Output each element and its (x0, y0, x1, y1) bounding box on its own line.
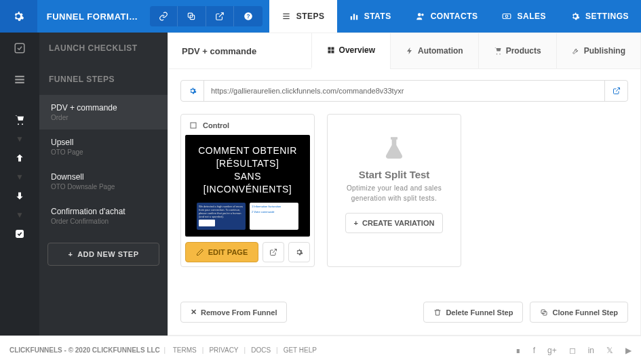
nav-sales[interactable]: SALES (490, 0, 558, 33)
page-preview[interactable]: COMMENT OBTENIR [RÉSULTATS] SANS [INCONV… (185, 135, 310, 237)
subtab-label: Automation (418, 46, 463, 56)
footer: CLICKFUNNELS - © 2020 CLICKFUNNELS LLC |… (0, 336, 641, 364)
subtab-publishing[interactable]: Publishing (556, 33, 640, 68)
rail-checklist[interactable] (0, 33, 39, 64)
bolt-icon (406, 47, 414, 55)
page-title: PDV + commande (168, 46, 311, 56)
preview-headline: COMMENT OBTENIR [RÉSULTATS] SANS [INCONV… (185, 135, 310, 197)
link-icon (159, 12, 168, 21)
rail-steps[interactable] (0, 64, 39, 95)
rail-step-2[interactable] (0, 180, 39, 211)
funnel-name[interactable]: FUNNEL FORMATION E… (37, 12, 150, 22)
svg-point-11 (421, 14, 424, 16)
preview-line3: SANS [INCONVÉNIENTS] (203, 171, 292, 195)
social-facebook-icon[interactable]: f (533, 346, 535, 355)
remove-from-funnel-button[interactable]: ✕ Remove From Funnel (180, 302, 287, 323)
svg-point-13 (506, 15, 509, 18)
sidebar-step-2[interactable]: Downsell OTO Downsale Page (39, 164, 168, 199)
cart-icon (14, 115, 25, 125)
external-link-icon (215, 12, 225, 21)
social-twitter-icon[interactable]: 𝕏 (606, 346, 613, 355)
page-settings-button[interactable] (288, 242, 310, 262)
create-variation-button[interactable]: + CREATE VARIATION (345, 213, 444, 233)
social-linkedin-icon[interactable]: in (588, 346, 594, 355)
step-name: Confirmation d'achat (51, 207, 158, 216)
svg-rect-15 (15, 76, 24, 77)
subtab-overview[interactable]: Overview (311, 33, 390, 68)
plus-icon: + (69, 250, 78, 258)
footer-link-help[interactable]: GET HELP (284, 346, 317, 354)
flask-icon (381, 135, 408, 162)
step-type: OTO Page (51, 148, 158, 156)
social-google-icon[interactable]: g+ (547, 346, 557, 355)
step-name: Downsell (51, 172, 158, 182)
subtab-label: Overview (339, 45, 375, 55)
subtab-products[interactable]: Products (478, 33, 556, 68)
cart-icon (494, 47, 502, 55)
url-display[interactable]: https://gallieraurelien.clickfunnels.com… (204, 81, 604, 101)
step-name: PDV + commande (51, 103, 158, 113)
toolbar-copy-icon[interactable] (178, 6, 206, 26)
open-preview-button[interactable] (263, 242, 284, 262)
chevron-down-icon: ▼ (0, 211, 39, 218)
app-gear-menu[interactable] (0, 0, 37, 33)
svg-text:?: ? (247, 14, 250, 20)
toolbar-help-icon[interactable]: ? (234, 6, 262, 26)
copy-icon (540, 308, 548, 317)
subtab-automation[interactable]: Automation (390, 33, 478, 68)
svg-rect-21 (328, 51, 330, 54)
nav-settings[interactable]: SETTINGS (558, 0, 641, 33)
nav-stats[interactable]: STATS (337, 0, 404, 33)
delete-funnel-step-button[interactable]: Delete Funnel Step (423, 302, 523, 323)
chevron-down-icon: ▼ (0, 174, 39, 180)
sidebar-section-steps[interactable]: FUNNEL STEPS (39, 64, 168, 95)
social-instagram-icon[interactable]: ◻ (569, 346, 576, 355)
sidebar-step-0[interactable]: PDV + commande Order (39, 95, 168, 129)
social-rss-icon[interactable]: ∎ (516, 346, 521, 355)
add-step-label: ADD NEW STEP (77, 250, 138, 258)
svg-rect-12 (503, 14, 511, 19)
remove-label: Remove From Funnel (201, 308, 277, 317)
preview-thumb: We detected a high number of errors from… (197, 203, 246, 230)
delete-label: Delete Funnel Step (446, 308, 513, 317)
svg-rect-17 (15, 82, 24, 83)
step-type: OTO Downsale Page (51, 183, 158, 190)
checklist-icon (14, 42, 26, 54)
chevron-down-icon: ▼ (0, 136, 39, 142)
toolbar-link-icon[interactable] (150, 6, 178, 26)
footer-link-privacy[interactable]: PRIVACY (209, 346, 238, 354)
clone-funnel-step-button[interactable]: Clone Funnel Step (530, 302, 628, 323)
step-name: Upsell (51, 138, 158, 147)
edit-label: EDIT PAGE (208, 248, 248, 256)
url-open-button[interactable] (604, 81, 627, 101)
toolbar-external-icon[interactable] (206, 6, 235, 26)
social-youtube-icon[interactable]: ▶ (625, 346, 632, 355)
clone-label: Clone Funnel Step (552, 308, 618, 317)
money-icon (502, 12, 511, 21)
rail-step-3[interactable] (0, 218, 39, 249)
check-square-icon (14, 228, 25, 239)
nav-contacts[interactable]: CONTACTS (404, 0, 490, 33)
gear-icon (570, 12, 580, 21)
url-settings-button[interactable] (181, 81, 204, 101)
preview-thumb: 1 Information facturation2 Votre command… (250, 203, 298, 230)
footer-link-terms[interactable]: TERMS (173, 346, 197, 354)
subtab-label: Products (506, 46, 541, 56)
url-bar: https://gallieraurelien.clickfunnels.com… (180, 80, 628, 102)
trash-icon (433, 308, 442, 317)
add-new-step-button[interactable]: + ADD NEW STEP (47, 243, 159, 266)
rail-step-1[interactable] (0, 142, 39, 174)
step-type: Order Confirmation (51, 218, 158, 225)
sidebar-step-3[interactable]: Confirmation d'achat Order Confirmation (39, 199, 168, 233)
square-icon (189, 121, 197, 129)
preview-line1: COMMENT OBTENIR (198, 145, 297, 156)
external-link-icon (613, 87, 621, 95)
edit-page-button[interactable]: EDIT PAGE (185, 242, 258, 262)
sidebar-step-1[interactable]: Upsell OTO Page (39, 129, 168, 164)
sidebar-section-launch[interactable]: LAUNCH CHECKLIST (39, 33, 168, 64)
nav-steps[interactable]: STEPS (269, 0, 337, 33)
footer-link-docs[interactable]: DOCS (251, 346, 271, 354)
rail-step-0[interactable] (0, 104, 39, 136)
control-label: Control (203, 121, 229, 129)
gear-icon (189, 87, 197, 95)
